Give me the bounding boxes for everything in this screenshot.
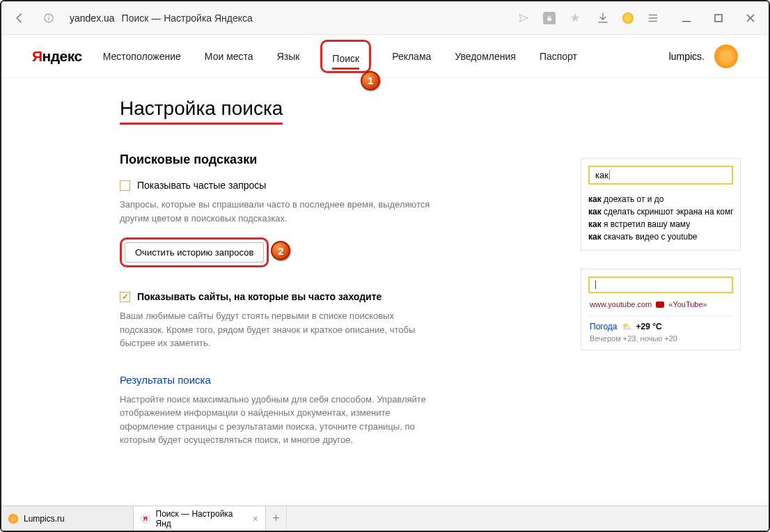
tab-close-icon[interactable]: ×: [253, 513, 258, 524]
list-item: как скачать видео с youtube: [588, 230, 733, 243]
lock-icon[interactable]: [543, 12, 556, 24]
svg-rect-3: [547, 17, 551, 20]
list-item: как сделать скриншот экрана на компь: [588, 205, 733, 218]
highlight-clear-button: Очистить историю запросов 2: [120, 237, 269, 267]
address-bar[interactable]: yandex.ua Поиск — Настройка Яндекса: [70, 13, 503, 24]
maximize-icon[interactable]: [710, 10, 727, 26]
preview-suggestions: как как доехать от и до как сделать скри…: [581, 158, 741, 251]
preview-sites: www.youtube.com «YouTube» Погода ⛅ +29 °…: [581, 269, 741, 350]
extension-icon[interactable]: [622, 13, 634, 24]
nav-ads[interactable]: Реклама: [389, 36, 434, 77]
menu-icon[interactable]: [645, 10, 661, 26]
tab-yandex-search[interactable]: Я Поиск — Настройка Янд ×: [134, 506, 266, 531]
results-desc: Настройте поиск максимально удобным для …: [120, 393, 433, 447]
page-title: Настройка поиска: [120, 97, 283, 125]
preview-site-row: www.youtube.com «YouTube»: [581, 300, 740, 314]
results-heading-link[interactable]: Результаты поиска: [120, 374, 727, 386]
list-item: как доехать от и до: [588, 193, 733, 205]
annotation-badge-1: 1: [361, 71, 380, 91]
send-icon[interactable]: [515, 10, 532, 26]
download-icon[interactable]: [595, 10, 611, 26]
youtube-icon: [656, 302, 664, 308]
preview-search-input-2: [588, 276, 733, 293]
frequent-desc: Запросы, которые вы спрашивали часто в п…: [120, 198, 433, 225]
yandex-logo[interactable]: Яндекс: [32, 48, 82, 65]
favicon-icon: Я: [141, 514, 150, 524]
browser-toolbar: yandex.ua Поиск — Настройка Яндекса: [1, 1, 769, 35]
nav-language[interactable]: Язык: [274, 36, 303, 77]
site-info-icon[interactable]: [40, 10, 57, 26]
page-content: Настройка поиска Поисковые подсказки Пок…: [1, 78, 769, 506]
tab-lumpics[interactable]: Lumpics.ru: [1, 506, 134, 531]
svg-rect-5: [715, 15, 722, 22]
svg-rect-1: [48, 17, 49, 20]
site-header: Яндекс Местоположение Мои места Язык Пои…: [1, 35, 769, 78]
minimize-icon[interactable]: [678, 10, 695, 26]
browser-tabs: Lumpics.ru Я Поиск — Настройка Янд × +: [1, 506, 769, 531]
svg-rect-2: [48, 15, 49, 16]
new-tab-button[interactable]: +: [266, 506, 287, 531]
favicon-icon: [8, 514, 18, 524]
highlight-search-tab: Поиск 1: [320, 40, 371, 73]
url-domain: yandex.ua: [70, 13, 115, 24]
svg-rect-4: [682, 21, 691, 22]
sites-desc: Ваши любимые сайты будут стоять первыми …: [120, 309, 433, 350]
annotation-badge-2: 2: [271, 241, 290, 260]
preview-suggestion-list: как доехать от и до как сделать скриншот…: [581, 191, 740, 250]
checkbox-frequent[interactable]: [120, 180, 130, 191]
checkbox-sites[interactable]: [120, 292, 130, 302]
checkbox-frequent-label: Показывать частые запросы: [137, 180, 266, 191]
nav-search[interactable]: Поиск: [332, 53, 359, 64]
nav-notifications[interactable]: Уведомления: [452, 36, 519, 77]
nav-myplaces[interactable]: Мои места: [202, 36, 256, 77]
weather-icon: ⛅: [622, 322, 632, 331]
checkbox-sites-label: Показывать сайты, на которые вы часто за…: [137, 291, 382, 302]
url-title: Поиск — Настройка Яндекса: [122, 13, 253, 24]
preview-search-input: как: [588, 166, 733, 185]
nav-passport[interactable]: Паспорт: [537, 36, 580, 77]
nav-location[interactable]: Местоположение: [100, 36, 184, 77]
star-icon[interactable]: [567, 10, 583, 26]
back-button[interactable]: [11, 10, 28, 26]
list-item: как я встретил вашу маму: [588, 218, 733, 230]
avatar[interactable]: [714, 45, 738, 68]
preview-weather: Погода ⛅ +29 °C Вечером +23, ночью +20: [581, 322, 740, 350]
user-name[interactable]: lumpics.: [669, 51, 705, 62]
clear-history-button[interactable]: Очистить историю запросов: [125, 242, 264, 263]
close-icon[interactable]: [742, 10, 759, 26]
